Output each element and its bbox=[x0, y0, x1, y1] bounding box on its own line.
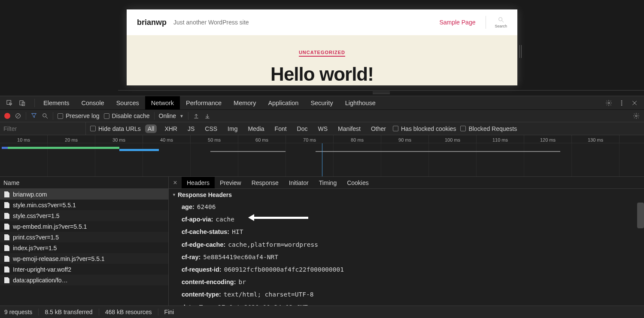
tab-elements[interactable]: Elements bbox=[37, 96, 75, 109]
search-button[interactable]: Search bbox=[495, 16, 507, 28]
throttling-select[interactable]: Online▼ bbox=[159, 112, 184, 119]
tab-application[interactable]: Application bbox=[262, 96, 304, 109]
request-name: data:application/fo… bbox=[13, 277, 68, 284]
filter-input[interactable] bbox=[0, 122, 86, 135]
preserve-log-label: Preserve log bbox=[66, 112, 100, 119]
request-row[interactable]: data:application/fo… bbox=[0, 275, 168, 285]
request-name: style.min.css?ver=5.5.1 bbox=[13, 202, 76, 209]
header-key: cf-edge-cache: bbox=[182, 241, 225, 248]
request-list: Name brianwp.comstyle.min.css?ver=5.5.1s… bbox=[0, 177, 169, 306]
has-blocked-label: Has blocked cookies bbox=[401, 125, 456, 132]
record-button[interactable] bbox=[4, 113, 10, 119]
site-tagline: Just another WordPress site bbox=[173, 19, 249, 26]
rendered-page-preview: brianwp Just another WordPress site Samp… bbox=[127, 9, 517, 85]
vertical-resize-handle[interactable] bbox=[519, 9, 524, 93]
svg-line-14 bbox=[46, 117, 48, 118]
request-row[interactable]: print.css?ver=1.5 bbox=[0, 232, 168, 242]
request-row[interactable]: Inter-upright-var.woff2 bbox=[0, 264, 168, 275]
hide-data-urls-label: Hide data URLs bbox=[98, 125, 141, 132]
request-name: style.css?ver=1.5 bbox=[13, 212, 60, 219]
filter-type-other[interactable]: Other bbox=[368, 124, 389, 133]
request-row[interactable]: style.css?ver=1.5 bbox=[0, 210, 168, 221]
request-row[interactable]: wp-embed.min.js?ver=5.5.1 bbox=[0, 221, 168, 232]
request-name: index.js?ver=1.5 bbox=[13, 245, 57, 251]
file-icon bbox=[4, 267, 9, 273]
site-header: brianwp Just another WordPress site Samp… bbox=[127, 9, 517, 35]
timeline-tick: 40 ms bbox=[143, 135, 191, 143]
blocked-requests-checkbox[interactable]: Blocked Requests bbox=[460, 125, 517, 132]
disable-cache-checkbox[interactable]: Disable cache bbox=[104, 112, 150, 119]
timeline-tick: 100 ms bbox=[429, 135, 477, 143]
timeline-tick: 120 ms bbox=[524, 135, 572, 143]
request-row[interactable]: style.min.css?ver=5.5.1 bbox=[0, 200, 168, 210]
filter-type-manifest[interactable]: Manifest bbox=[335, 124, 363, 133]
request-row[interactable]: index.js?ver=1.5 bbox=[0, 242, 168, 253]
request-row[interactable]: wp-emoji-release.min.js?ver=5.5.1 bbox=[0, 253, 168, 264]
gear-icon[interactable] bbox=[633, 112, 640, 119]
filter-type-img[interactable]: Img bbox=[225, 124, 240, 133]
tab-memory[interactable]: Memory bbox=[228, 96, 262, 109]
site-title[interactable]: brianwp bbox=[137, 18, 167, 27]
status-transferred: 8.5 kB transferred bbox=[45, 309, 92, 315]
detail-tab-headers[interactable]: Headers bbox=[182, 177, 215, 188]
filter-toggle-icon[interactable] bbox=[30, 112, 37, 120]
filter-type-css[interactable]: CSS bbox=[202, 124, 220, 133]
detail-tab-response[interactable]: Response bbox=[246, 177, 284, 188]
filter-type-media[interactable]: Media bbox=[245, 124, 267, 133]
filter-type-doc[interactable]: Doc bbox=[295, 124, 310, 133]
detail-tab-timing[interactable]: Timing bbox=[314, 177, 342, 188]
tab-performance[interactable]: Performance bbox=[180, 96, 228, 109]
filter-type-ws[interactable]: WS bbox=[316, 124, 331, 133]
filter-type-font[interactable]: Font bbox=[272, 124, 289, 133]
detail-tab-initiator[interactable]: Initiator bbox=[284, 177, 314, 188]
timeline-tick: 10 ms bbox=[0, 135, 48, 143]
hide-data-urls-checkbox[interactable]: Hide data URLs bbox=[90, 125, 141, 132]
header-row: content-encoding:br bbox=[169, 276, 644, 288]
detail-tab-cookies[interactable]: Cookies bbox=[342, 177, 374, 188]
header-key: content-type: bbox=[182, 291, 221, 298]
category-link[interactable]: UNCATEGORIZED bbox=[299, 50, 345, 57]
filter-type-xhr[interactable]: XHR bbox=[162, 124, 180, 133]
inspect-icon[interactable] bbox=[6, 100, 13, 106]
tab-lighthouse[interactable]: Lighthouse bbox=[339, 96, 382, 109]
header-key: content-encoding: bbox=[182, 279, 236, 285]
tab-console[interactable]: Console bbox=[75, 96, 110, 109]
file-icon bbox=[4, 245, 9, 251]
close-icon[interactable] bbox=[631, 100, 638, 106]
response-headers-section[interactable]: Response Headers bbox=[169, 189, 644, 201]
file-icon bbox=[4, 234, 9, 240]
header-key: age: bbox=[182, 203, 194, 210]
status-requests: 9 requests bbox=[4, 309, 32, 315]
timeline-tick: 90 ms bbox=[381, 135, 429, 143]
header-key: cf-cache-status: bbox=[182, 228, 229, 235]
tab-sources[interactable]: Sources bbox=[110, 96, 145, 109]
preserve-log-checkbox[interactable]: Preserve log bbox=[58, 112, 100, 119]
scrollbar-thumb[interactable] bbox=[637, 203, 644, 228]
kebab-icon[interactable] bbox=[618, 100, 625, 106]
request-row[interactable]: brianwp.com bbox=[0, 189, 168, 200]
tab-security[interactable]: Security bbox=[304, 96, 339, 109]
filter-type-all[interactable]: All bbox=[145, 124, 157, 133]
network-timeline[interactable]: 10 ms20 ms30 ms40 ms50 ms60 ms70 ms80 ms… bbox=[0, 135, 644, 177]
detail-tab-preview[interactable]: Preview bbox=[215, 177, 246, 188]
filter-type-js[interactable]: JS bbox=[185, 124, 197, 133]
nav-link-sample-page[interactable]: Sample Page bbox=[439, 19, 475, 26]
download-icon[interactable] bbox=[204, 112, 211, 119]
timeline-marker bbox=[322, 143, 322, 176]
tab-network[interactable]: Network bbox=[145, 96, 180, 109]
close-detail-button[interactable]: × bbox=[169, 179, 182, 187]
header-key: cf-apo-via: bbox=[182, 216, 213, 223]
header-value: cache,platform=wordpress bbox=[225, 241, 318, 248]
timeline-bar bbox=[8, 147, 119, 149]
upload-icon[interactable] bbox=[193, 112, 200, 119]
search-icon[interactable] bbox=[42, 112, 49, 119]
header-value: HIT bbox=[229, 228, 243, 235]
filter-bar: Hide data URLs AllXHRJSCSSImgMediaFontDo… bbox=[0, 122, 644, 135]
request-detail-panel: × HeadersPreviewResponseInitiatorTimingC… bbox=[169, 177, 644, 306]
request-list-header[interactable]: Name bbox=[0, 177, 168, 189]
device-toggle-icon[interactable] bbox=[19, 100, 26, 106]
svg-point-6 bbox=[621, 100, 622, 101]
has-blocked-cookies-checkbox[interactable]: Has blocked cookies bbox=[393, 125, 456, 132]
gear-icon[interactable] bbox=[605, 100, 612, 106]
clear-icon[interactable] bbox=[15, 112, 21, 119]
